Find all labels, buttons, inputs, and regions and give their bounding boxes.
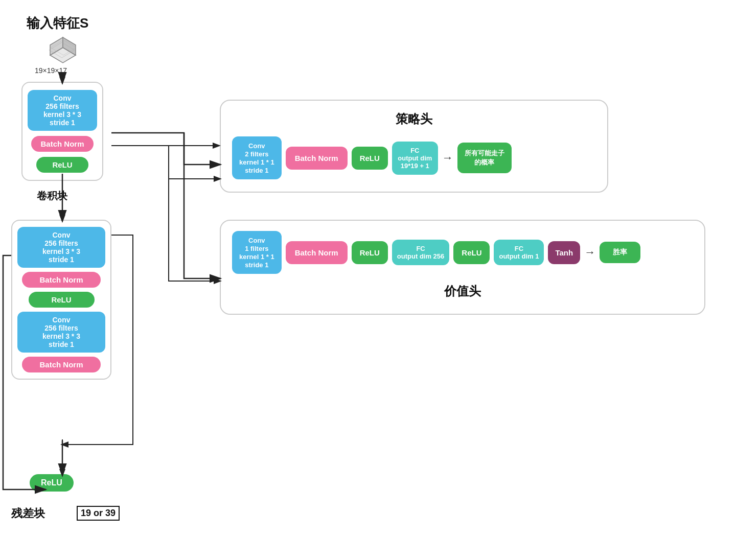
relu2-node: ReLU [29,292,95,308]
value-head-title: 价值头 [232,283,693,299]
value-head-box: Conv 1 filters kernel 1 * 1 stride 1 Bat… [220,220,705,315]
value-bn-node: Batch Norm [286,241,348,264]
value-conv-node: Conv 1 filters kernel 1 * 1 stride 1 [232,231,282,274]
policy-head-row: Conv 2 filters kernel 1 * 1 stride 1 Bat… [232,136,596,179]
policy-arrow: → [442,151,453,165]
bn3-node: Batch Norm [22,357,101,372]
value-fc2-node: FC output dim 1 [494,240,544,265]
value-relu1-node: ReLU [352,241,388,264]
conv2-node: Conv 256 filters kernel 3 * 3 stride 1 [17,227,105,268]
relu1-node: ReLU [36,157,88,173]
value-tanh-node: Tanh [548,241,580,264]
residual-block: Conv 256 filters kernel 3 * 3 stride 1 B… [11,220,111,380]
relu3-node: ReLU [30,474,74,492]
input-title: 输入特征S [27,14,88,32]
conv-block-1-label: 卷积块 [37,189,67,203]
value-output-node: 胜率 [600,242,640,263]
policy-head-title: 策略头 [232,111,596,127]
policy-bn-node: Batch Norm [286,147,348,170]
tensor-icon [45,35,81,65]
bn1-node: Batch Norm [31,136,94,152]
residual-block-label: 残差块 [11,506,45,521]
diagram-container: 输入特征S 19×19×17 Conv 256 filters kernel 3… [0,0,736,560]
times-label: 19 or 39 [77,506,120,521]
policy-output-node: 所有可能走子 的概率 [457,143,512,173]
policy-relu-node: ReLU [352,147,388,170]
value-relu2-node: ReLU [453,241,490,264]
policy-head-box: 策略头 Conv 2 filters kernel 1 * 1 stride 1… [220,100,608,193]
policy-fc-node: FC output dim 19*19 + 1 [392,142,438,175]
value-head-row: Conv 1 filters kernel 1 * 1 stride 1 Bat… [232,231,693,274]
conv1-node: Conv 256 filters kernel 3 * 3 stride 1 [28,90,97,131]
policy-conv-node: Conv 2 filters kernel 1 * 1 stride 1 [232,136,282,179]
value-fc1-node: FC output dim 256 [392,240,449,265]
conv-block-1: Conv 256 filters kernel 3 * 3 stride 1 B… [21,82,103,181]
bn2-node: Batch Norm [22,272,101,288]
conv3-node: Conv 256 filters kernel 3 * 3 stride 1 [17,312,105,353]
tensor-size-label: 19×19×17 [35,66,67,75]
value-arrow: → [584,246,595,259]
